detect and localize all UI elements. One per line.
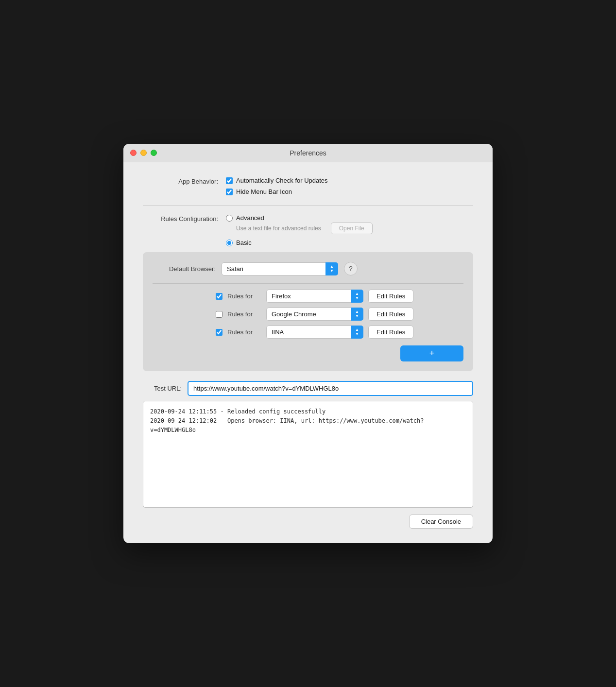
inner-divider <box>153 283 463 284</box>
close-button[interactable] <box>130 150 137 156</box>
rules-config-section: Rules Configuration: Advanced Use a text… <box>143 214 473 371</box>
rules-list: Rules for Firefox Google Chrome Safari I… <box>153 290 463 361</box>
clear-console-row: Clear Console <box>143 515 473 529</box>
rule-chrome-select-wrapper: Firefox Google Chrome Safari IINA ▲ ▼ <box>266 308 363 321</box>
help-button[interactable]: ? <box>344 262 358 275</box>
advanced-radio[interactable] <box>226 215 233 222</box>
hide-menu-bar-label: Hide Menu Bar Icon <box>236 188 292 195</box>
default-browser-label: Default Browser: <box>153 265 216 273</box>
rule-firefox-checkbox[interactable] <box>216 293 222 300</box>
rule-chrome-checkbox[interactable] <box>216 311 222 318</box>
basic-radio[interactable] <box>226 240 233 246</box>
advanced-sub-text: Use a text file for advanced rules <box>236 225 321 232</box>
rule-row-chrome: Rules for Firefox Google Chrome Safari I… <box>216 308 463 321</box>
basic-label: Basic <box>236 239 252 246</box>
minimize-button[interactable] <box>140 150 147 156</box>
advanced-option-group: Advanced Use a text file for advanced ru… <box>226 214 373 234</box>
rule-firefox-select-wrapper: Firefox Google Chrome Safari IINA ▲ ▼ <box>266 290 363 303</box>
rule-iina-select[interactable]: Firefox Google Chrome Safari IINA <box>266 326 363 339</box>
edit-rules-iina-button[interactable]: Edit Rules <box>368 326 413 339</box>
rule-iina-select-wrapper: Firefox Google Chrome Safari IINA ▲ ▼ <box>266 326 363 339</box>
auto-update-label: Automatically Check for Updates <box>236 177 328 184</box>
rule-iina-label: Rules for <box>227 328 261 336</box>
add-button-row: + <box>216 345 463 361</box>
console-line-1: 2020-09-24 12:11:55 - Reloaded config su… <box>150 407 466 416</box>
test-url-section: Test URL: 2020-09-24 12:11:55 - Reloaded… <box>143 381 473 529</box>
rules-config-options: Advanced Use a text file for advanced ru… <box>226 214 373 246</box>
rules-config-row: Rules Configuration: Advanced Use a text… <box>143 214 473 246</box>
test-url-label: Test URL: <box>143 385 182 392</box>
rule-chrome-label: Rules for <box>227 310 261 318</box>
basic-radio-row[interactable]: Basic <box>226 239 373 246</box>
rule-firefox-label: Rules for <box>227 292 261 300</box>
rule-chrome-select[interactable]: Firefox Google Chrome Safari IINA <box>266 308 363 321</box>
traffic-lights <box>130 150 157 156</box>
rule-firefox-select[interactable]: Firefox Google Chrome Safari IINA <box>266 290 363 303</box>
rule-iina-checkbox[interactable] <box>216 329 222 336</box>
edit-rules-firefox-button[interactable]: Edit Rules <box>368 290 413 303</box>
app-behavior-label: App Behavior: <box>143 177 218 185</box>
rule-row-iina: Rules for Firefox Google Chrome Safari I… <box>216 326 463 339</box>
default-browser-select[interactable]: Safari Firefox Google Chrome IINA <box>222 262 338 275</box>
advanced-sub-row: Use a text file for advanced rules Open … <box>236 223 373 234</box>
auto-update-row[interactable]: Automatically Check for Updates <box>226 177 328 184</box>
test-url-input[interactable] <box>188 381 473 396</box>
advanced-radio-row[interactable]: Advanced <box>226 214 373 222</box>
app-behavior-section: App Behavior: Automatically Check for Up… <box>143 177 473 195</box>
window-title: Preferences <box>290 149 326 157</box>
divider-1 <box>143 205 473 206</box>
default-browser-select-wrapper: Safari Firefox Google Chrome IINA ▲ ▼ <box>222 262 338 275</box>
hide-menu-bar-row[interactable]: Hide Menu Bar Icon <box>226 188 328 195</box>
console-line-2: 2020-09-24 12:12:02 - Opens browser: IIN… <box>150 416 466 435</box>
edit-rules-chrome-button[interactable]: Edit Rules <box>368 308 413 321</box>
preferences-window: Preferences App Behavior: Automatically … <box>123 144 493 543</box>
hide-menu-bar-checkbox[interactable] <box>226 189 233 195</box>
basic-rules-section: Default Browser: Safari Firefox Google C… <box>143 252 473 371</box>
rule-row-firefox: Rules for Firefox Google Chrome Safari I… <box>216 290 463 303</box>
clear-console-button[interactable]: Clear Console <box>409 515 473 529</box>
default-browser-row: Default Browser: Safari Firefox Google C… <box>153 262 463 275</box>
content-area: App Behavior: Automatically Check for Up… <box>123 162 493 543</box>
advanced-label: Advanced <box>236 214 264 222</box>
console-area: 2020-09-24 12:11:55 - Reloaded config su… <box>143 401 473 508</box>
open-file-button[interactable]: Open File <box>331 223 373 234</box>
test-url-row: Test URL: <box>143 381 473 396</box>
rules-config-label: Rules Configuration: <box>143 214 218 223</box>
app-behavior-checkboxes: Automatically Check for Updates Hide Men… <box>226 177 328 195</box>
auto-update-checkbox[interactable] <box>226 177 233 184</box>
add-rule-button[interactable]: + <box>400 345 463 361</box>
maximize-button[interactable] <box>151 150 157 156</box>
app-behavior-row: App Behavior: Automatically Check for Up… <box>143 177 473 195</box>
titlebar: Preferences <box>123 144 493 162</box>
